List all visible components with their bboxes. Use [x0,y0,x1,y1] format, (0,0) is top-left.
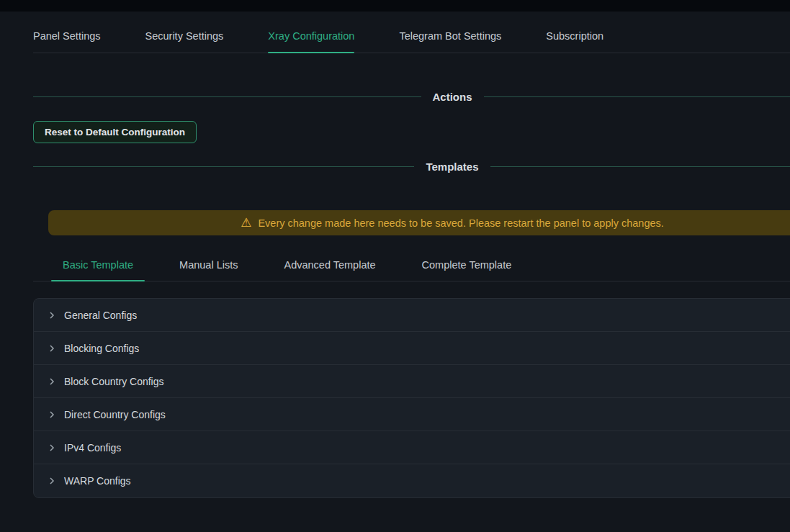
collapse-panel-label: Blocking Configs [64,343,139,354]
templates-divider-label: Templates [414,161,490,173]
warning-alert-text: Every change made here needs to be saved… [258,217,663,229]
collapse-panel-direct-country-configs[interactable]: Direct Country Configs [34,398,790,431]
reset-default-configuration-button[interactable]: Reset to Default Configuration [33,121,197,143]
collapse-panel-block-country-configs[interactable]: Block Country Configs [34,365,790,398]
chevron-right-icon [48,444,55,451]
actions-section-divider: Actions [33,91,790,103]
tab-security-settings[interactable]: Security Settings [145,30,224,53]
collapse-panel-blocking-configs[interactable]: Blocking Configs [34,332,790,365]
tab-panel-settings[interactable]: Panel Settings [33,30,101,53]
collapse-panel-general-configs[interactable]: General Configs [34,299,790,332]
chevron-right-icon [48,477,55,484]
top-bar [0,0,790,12]
tab-xray-configuration[interactable]: Xray Configuration [268,30,354,53]
collapse-panel-ipv4-configs[interactable]: IPv4 Configs [34,431,790,464]
warning-alert: ⚠ Every change made here needs to be sav… [48,210,790,235]
actions-divider-label: Actions [421,91,484,103]
collapse-panel-label: General Configs [64,310,137,321]
chevron-right-icon [48,411,55,418]
settings-page: Panel Settings Security Settings Xray Co… [33,12,790,498]
chevron-right-icon [48,312,55,319]
config-collapse-list: General Configs Blocking Configs Block C… [33,298,790,498]
chevron-right-icon [48,378,55,385]
tab-complete-template[interactable]: Complete Template [410,259,524,281]
collapse-panel-warp-configs[interactable]: WARP Configs [34,464,790,497]
tab-subscription[interactable]: Subscription [546,30,603,53]
template-tab-bar: Basic Template Manual Lists Advanced Tem… [33,259,790,281]
tab-advanced-template[interactable]: Advanced Template [272,259,387,281]
warning-triangle-icon: ⚠ [241,217,251,229]
settings-tab-bar: Panel Settings Security Settings Xray Co… [33,12,790,53]
tab-basic-template[interactable]: Basic Template [51,259,145,281]
templates-section-divider: Templates [33,161,790,173]
tab-manual-lists[interactable]: Manual Lists [168,259,249,281]
chevron-right-icon [48,345,55,352]
tab-telegram-bot-settings[interactable]: Telegram Bot Settings [399,30,501,53]
collapse-panel-label: Direct Country Configs [64,409,166,420]
collapse-panel-label: WARP Configs [64,475,131,487]
collapse-panel-label: IPv4 Configs [64,442,121,454]
collapse-panel-label: Block Country Configs [64,376,164,387]
